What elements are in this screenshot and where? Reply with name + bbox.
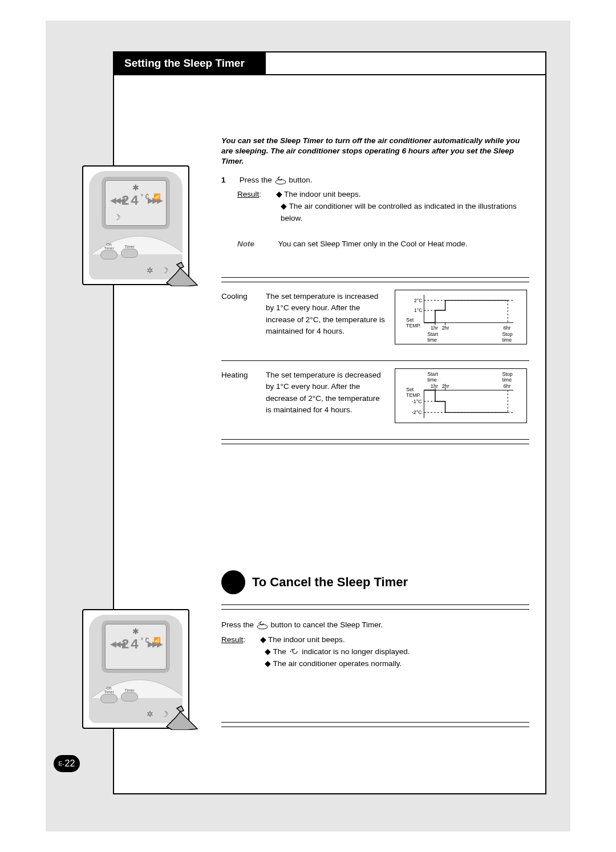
svg-text:Set: Set [406, 387, 414, 392]
step-1: 1 Press the button. [221, 175, 529, 186]
remote-timer-button [121, 249, 138, 258]
remote-timer-button [121, 692, 138, 701]
page-number-badge: E- 22 [54, 755, 80, 772]
result-bullet-2: The air conditioner will be controlled a… [281, 202, 517, 222]
svg-text:2hr: 2hr [442, 383, 449, 389]
remote-screen-frame: ✱ ◀◀◀ 24°C ▶▶▶ 📶 ☽ [102, 177, 170, 229]
cooling-desc: The set temperature is increased by 1°C … [266, 291, 386, 337]
remote-on-timer-button [100, 250, 117, 259]
sleep-indicator-icon [289, 648, 300, 656]
remote-screen: ✱ ◀◀◀ 24°C ▶▶▶ 📶 [105, 624, 167, 670]
divider [221, 439, 529, 440]
svg-text:6hr: 6hr [503, 383, 510, 389]
svg-text:time: time [427, 337, 437, 343]
sleep-button-icon [256, 620, 269, 630]
remote-screen-frame: ✱ ◀◀◀ 24°C ▶▶▶ 📶 [102, 620, 170, 673]
intro-paragraph: You can set the Sleep Timer to turn off … [221, 136, 529, 167]
svg-text:time: time [502, 337, 512, 343]
pointing-finger-icon [164, 258, 198, 286]
remote-illustration-1: ✱ ◀◀◀ 24°C ▶▶▶ 📶 ☽ On Timer Timer ✲ ☽ [82, 165, 189, 285]
divider [221, 722, 529, 723]
svg-marker-47 [177, 706, 184, 712]
divider [221, 727, 529, 727]
svg-point-42 [260, 622, 261, 623]
timer-label: Timer [121, 688, 138, 692]
svg-text:2°C: 2°C [414, 298, 423, 303]
title-bar-fill: Setting the Sleep Timer [113, 52, 266, 74]
svg-point-44 [291, 649, 293, 650]
divider [221, 604, 529, 605]
heating-desc: The set temperature is decreased by 1°C … [266, 370, 386, 416]
cooling-graph: 2°C 1°C Set TEMP. 1hr 2hr 6hr Start time… [395, 290, 527, 344]
remote-button-row: On Timer Timer [100, 244, 171, 258]
result-label: Result [221, 635, 243, 644]
diamond-bullet-icon: ◆ [260, 635, 269, 644]
svg-marker-39 [167, 268, 197, 286]
step-press-pre: Press the [240, 176, 274, 184]
remote-button-row: On Timer Timer [100, 688, 171, 701]
step-number: 1 [221, 175, 237, 186]
diamond-bullet-icon: ◆ [276, 190, 285, 198]
svg-text:Stop: Stop [502, 371, 512, 377]
cooling-row: Cooling The set temperature is increased… [221, 291, 529, 354]
svg-text:1°C: 1°C [414, 307, 423, 313]
remote-illustration-2: ✱ ◀◀◀ 24°C ▶▶▶ 📶 On Timer Timer ✲ ☽ [82, 609, 189, 729]
pointing-finger-icon [164, 701, 198, 730]
timer-label: Timer [121, 245, 138, 249]
divider [221, 282, 529, 282]
sleep-button-icon [274, 176, 287, 185]
heating-row: Heating The set temperature is decreased… [221, 370, 529, 432]
note-text: You can set Sleep Timer only in the Cool… [278, 240, 468, 248]
remote-on-timer-button [100, 694, 117, 703]
svg-text:2hr: 2hr [442, 325, 449, 331]
svg-text:1hr: 1hr [431, 325, 438, 331]
cancel-press-post: button to cancel the Sleep Timer. [271, 620, 383, 629]
diamond-bullet-icon: ◆ [265, 647, 273, 656]
svg-text:-1°C: -1°C [412, 399, 422, 404]
result-colon: : [259, 190, 261, 198]
signal-icon: 📶 [153, 193, 160, 200]
cancel-title-row: To Cancel the Sleep Timer [221, 570, 529, 594]
cancel-result: Result: ◆ The indoor unit beeps. [221, 634, 529, 646]
fan-icon: ✲ [147, 266, 153, 275]
page-number: 22 [65, 758, 75, 769]
title-bar: Setting the Sleep Timer [113, 52, 545, 75]
step-1-result: Result: ◆ The indoor unit beeps. [221, 189, 529, 201]
result-label: Result [237, 190, 259, 198]
cancel-result-b3: ◆ The air conditioner operates normally. [221, 658, 529, 670]
svg-point-43 [258, 623, 260, 624]
heating-graph: Start time Stop time 1hr 2hr 6hr Set TEM… [395, 368, 527, 423]
svg-point-45 [290, 651, 291, 652]
sleep-indicator-icon: ☽ [114, 213, 121, 222]
heating-label: Heating [221, 370, 258, 381]
remote-bottom-icons: ✲ ☽ [89, 266, 169, 275]
remote-bottom-icons: ✲ ☽ [89, 709, 169, 719]
circle-decoration [221, 570, 245, 594]
cancel-press: Press the button to cancel the Sleep Tim… [221, 619, 529, 631]
svg-text:1hr: 1hr [431, 383, 438, 389]
cooling-label: Cooling [221, 291, 258, 302]
cancel-bullet-1: The indoor unit beeps. [268, 635, 345, 644]
cancel-bullet-2: indicator is no longer displayed. [302, 647, 410, 656]
svg-text:6hr: 6hr [503, 325, 510, 331]
diamond-bullet-icon: ◆ [265, 659, 273, 668]
cancel-result-b2: ◆ The indicator is no longer displayed. [221, 646, 529, 658]
diamond-bullet-icon: ◆ [281, 202, 289, 210]
svg-text:Set: Set [406, 317, 414, 323]
cancel-bullet-2-pre: The [273, 647, 289, 656]
signal-icon: 📶 [153, 637, 160, 643]
step-1-note: Note You can set Sleep Timer only in the… [221, 238, 529, 250]
page-title: Setting the Sleep Timer [124, 57, 245, 70]
on-timer-label: On Timer [100, 686, 117, 694]
divider [221, 360, 529, 361]
svg-point-2 [277, 178, 278, 180]
divider [221, 444, 529, 444]
snowflake-icon: ✱ [132, 627, 139, 636]
snowflake-icon: ✱ [132, 183, 139, 192]
step-press-post: button. [289, 176, 312, 184]
svg-text:time: time [502, 377, 512, 383]
svg-text:TEMP.: TEMP. [406, 392, 421, 398]
svg-text:Stop: Stop [502, 331, 512, 337]
result-colon: : [243, 635, 245, 644]
svg-marker-46 [167, 712, 197, 730]
